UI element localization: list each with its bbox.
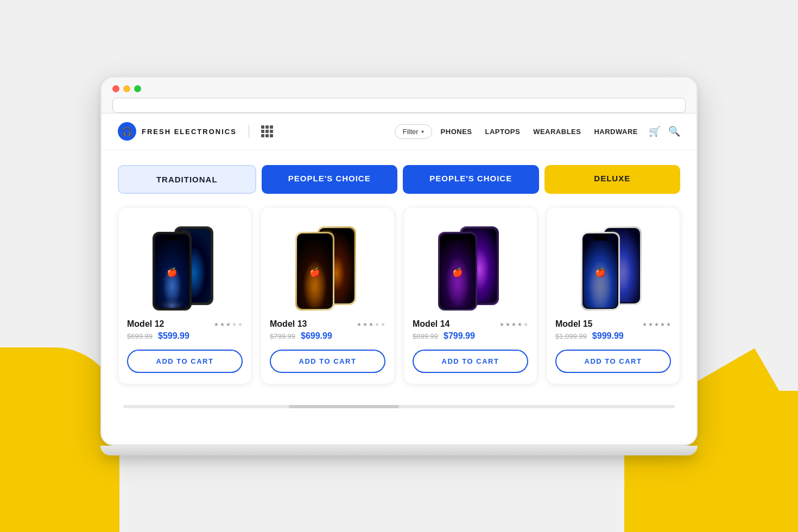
- sale-price-model-14: $799.99: [444, 331, 475, 341]
- svg-text:🍎: 🍎: [167, 267, 178, 277]
- add-to-cart-model-14[interactable]: ADD TO CART: [413, 350, 528, 373]
- product-name-model-13: Model 13: [270, 319, 307, 329]
- search-icon[interactable]: 🔍: [668, 125, 680, 137]
- svg-text:🍎: 🍎: [309, 267, 320, 277]
- nav-links: PHONES LAPTOPS WEARABLES HARDWARE: [441, 128, 638, 136]
- filter-label: Filter: [403, 128, 419, 136]
- browser-scrollbar[interactable]: [123, 405, 675, 408]
- product-prices-model-15: $1,099.99 $999.99: [555, 331, 671, 341]
- browser-chrome: [102, 78, 696, 113]
- nav-phones[interactable]: PHONES: [441, 128, 472, 136]
- nav-laptops[interactable]: LAPTOPS: [485, 128, 520, 136]
- product-prices-model-13: $799.99 $699.99: [270, 331, 385, 341]
- product-card-model-12: 🍎 Model 12 ★★★★★ $699.99 $599.99 ADD TO …: [118, 207, 252, 384]
- logo-area: 🎧 FRESH ELECTRONICS: [118, 122, 273, 141]
- product-info-model-15: Model 15 ★★★★★: [555, 319, 671, 329]
- chevron-down-icon: ▾: [421, 129, 424, 135]
- product-prices-model-12: $699.99 $599.99: [127, 331, 243, 341]
- tab-traditional[interactable]: TRADITIONAL: [118, 165, 256, 194]
- filter-button[interactable]: Filter ▾: [395, 124, 432, 139]
- browser-window: 🎧 FRESH ELECTRONICS Filter ▾ PHONES LAPT…: [100, 77, 698, 446]
- nav-hardware[interactable]: HARDWARE: [594, 128, 638, 136]
- tab-peoples-choice-2[interactable]: PEOPLE'S CHOICE: [403, 165, 539, 194]
- product-card-model-13: 🍎 Model 13 ★★★★★ $799.99 $699.99 ADD TO …: [261, 207, 395, 384]
- original-price-model-13: $799.99: [270, 332, 295, 340]
- product-card-model-15: 🍎 Model 15 ★★★★★ $1,099.99 $999.99 ADD T…: [546, 207, 680, 384]
- original-price-model-14: $899.99: [413, 332, 438, 340]
- svg-text:🍎: 🍎: [595, 267, 606, 277]
- add-to-cart-model-12[interactable]: ADD TO CART: [127, 350, 243, 373]
- product-image-model-15: 🍎: [573, 218, 654, 311]
- nav-icons: 🛒 🔍: [649, 125, 680, 137]
- minimize-button[interactable]: [123, 85, 130, 92]
- address-bar[interactable]: [112, 98, 686, 113]
- product-prices-model-14: $899.99 $799.99: [413, 331, 528, 341]
- cart-icon[interactable]: 🛒: [649, 125, 661, 137]
- close-button[interactable]: [112, 85, 119, 92]
- product-image-model-12: 🍎: [144, 218, 226, 311]
- svg-text:🍎: 🍎: [452, 267, 463, 277]
- product-name-model-12: Model 12: [127, 319, 164, 329]
- product-info-model-12: Model 12 ★★★★★: [127, 319, 243, 329]
- navbar: 🎧 FRESH ELECTRONICS Filter ▾ PHONES LAPT…: [102, 113, 696, 150]
- product-image-model-13: 🍎: [287, 218, 369, 311]
- svg-rect-35: [451, 236, 465, 240]
- add-to-cart-model-13[interactable]: ADD TO CART: [270, 350, 385, 373]
- category-tabs: TRADITIONAL PEOPLE'S CHOICE PEOPLE'S CHO…: [118, 165, 680, 194]
- original-price-model-12: $699.99: [127, 332, 153, 340]
- svg-rect-47: [593, 236, 607, 240]
- svg-rect-11: [165, 236, 179, 240]
- logo-divider: [249, 125, 249, 138]
- maximize-button[interactable]: [134, 85, 141, 92]
- product-rating-model-14: ★★★★★: [499, 321, 528, 327]
- nav-wearables[interactable]: WEARABLES: [533, 128, 581, 136]
- product-image-model-14: 🍎: [430, 218, 511, 311]
- add-to-cart-model-15[interactable]: ADD TO CART: [555, 350, 671, 373]
- logo-text: FRESH ELECTRONICS: [142, 128, 237, 136]
- sale-price-model-13: $699.99: [301, 331, 332, 341]
- product-info-model-13: Model 13 ★★★★★: [270, 319, 385, 329]
- product-card-model-14: 🍎 Model 14 ★★★★★ $899.99 $799.99 ADD TO …: [403, 207, 537, 384]
- product-name-model-15: Model 15: [555, 319, 592, 329]
- tab-deluxe[interactable]: DELUXE: [544, 165, 681, 194]
- product-rating-model-15: ★★★★★: [642, 321, 671, 327]
- product-rating-model-12: ★★★★★: [214, 321, 243, 327]
- grid-icon[interactable]: [261, 125, 273, 137]
- logo-icon: 🎧: [118, 122, 136, 141]
- product-info-model-14: Model 14 ★★★★★: [413, 319, 528, 329]
- svg-rect-23: [308, 236, 322, 240]
- traffic-lights: [112, 85, 686, 92]
- product-name-model-14: Model 14: [413, 319, 449, 329]
- laptop-base: [100, 446, 698, 455]
- scrollbar-thumb: [289, 405, 399, 408]
- svg-point-10: [157, 291, 187, 308]
- tab-peoples-choice-1[interactable]: PEOPLE'S CHOICE: [262, 165, 398, 194]
- sale-price-model-12: $599.99: [158, 331, 189, 341]
- main-content: TRADITIONAL PEOPLE'S CHOICE PEOPLE'S CHO…: [102, 150, 696, 400]
- products-grid: 🍎 Model 12 ★★★★★ $699.99 $599.99 ADD TO …: [118, 207, 680, 384]
- original-price-model-15: $1,099.99: [555, 332, 587, 340]
- sale-price-model-15: $999.99: [592, 331, 624, 341]
- product-rating-model-13: ★★★★★: [357, 321, 385, 327]
